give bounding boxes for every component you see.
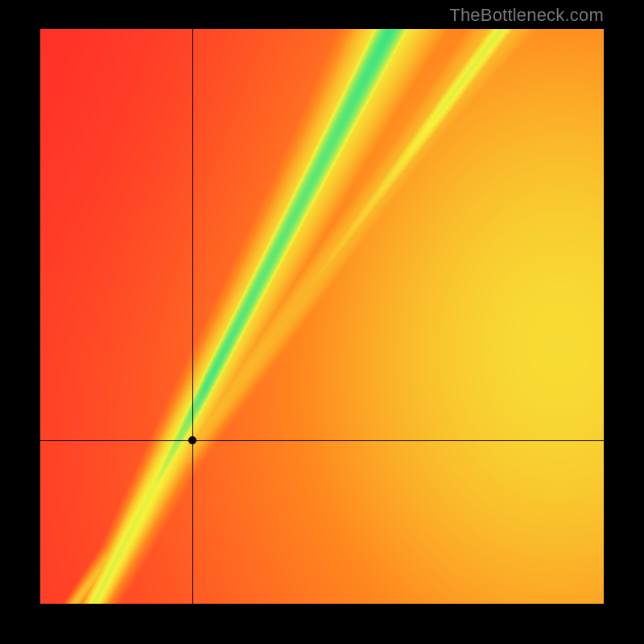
- crosshair-vertical: [192, 29, 193, 604]
- chart-frame: TheBottleneck.com: [0, 0, 644, 644]
- crosshair-point: [188, 436, 196, 444]
- watermark-text: TheBottleneck.com: [449, 5, 604, 26]
- crosshair-horizontal: [40, 440, 604, 441]
- heatmap-canvas: [40, 29, 604, 604]
- heatmap-plot: [40, 29, 604, 604]
